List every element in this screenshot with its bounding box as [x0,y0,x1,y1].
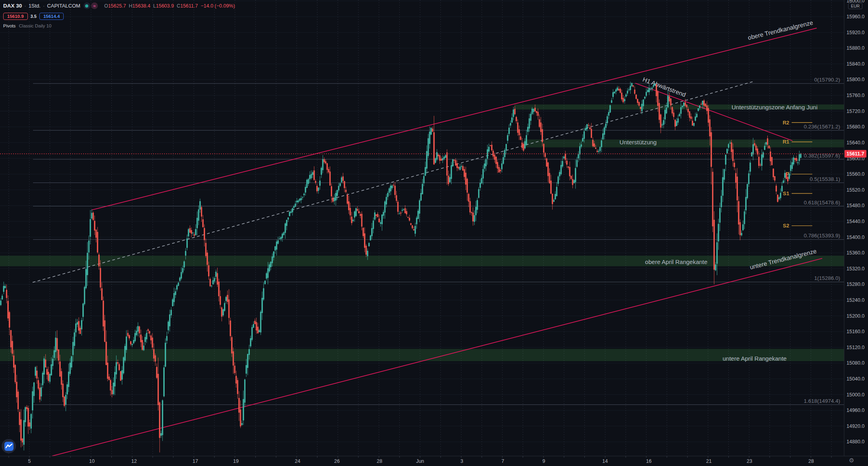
svg-text:23: 23 [747,458,752,464]
chart-header: DAX 30 · 1Std. · CAPITALCOM ≈ O15625.7 H… [3,2,235,28]
svg-text:16: 16 [646,458,652,464]
ohlc-readout: O15625.7 H15638.4 L15603.9 C15611.7 −14.… [104,3,235,9]
svg-text:15960.0: 15960.0 [847,14,864,19]
svg-text:0.786(15393.9): 0.786(15393.9) [804,233,840,239]
svg-text:15880.0: 15880.0 [847,45,864,51]
gear-icon[interactable]: ⚙ [849,456,854,464]
close-label: C [177,3,180,9]
symbol-row: DAX 30 · 1Std. · CAPITALCOM ≈ O15625.7 H… [3,2,235,9]
svg-text:17: 17 [193,458,198,464]
svg-text:15480.0: 15480.0 [847,203,864,208]
high-value: 15638.4 [132,3,150,9]
svg-text:15120.0: 15120.0 [847,345,864,350]
svg-text:15611.7: 15611.7 [847,151,864,157]
svg-text:S2: S2 [783,223,789,229]
svg-text:15320.0: 15320.0 [847,266,864,272]
svg-text:15200.0: 15200.0 [847,313,864,319]
svg-text:15400.0: 15400.0 [847,235,864,240]
indicator-row[interactable]: Pivots Classic Daily 10 [3,23,235,28]
broker-logo[interactable] [2,439,16,453]
indicator-params: Classic Daily 10 [19,23,52,28]
svg-text:1.618(14974.4): 1.618(14974.4) [804,398,840,404]
close-value: 15611.7 [180,3,198,9]
symbol-name[interactable]: DAX 30 [3,3,22,9]
buy-button[interactable]: 15614.4 [39,13,64,20]
svg-text:15160.0: 15160.0 [847,329,864,334]
change-value: −14.0 (−0.09%) [200,3,235,9]
svg-text:15640.0: 15640.0 [847,140,864,146]
svg-text:15920.0: 15920.0 [847,30,864,35]
svg-text:3: 3 [461,458,463,464]
svg-text:Unterstützungszone Anfang Juni: Unterstützungszone Anfang Juni [732,104,817,111]
svg-text:15520.0: 15520.0 [847,187,864,193]
svg-text:14880.0: 14880.0 [847,439,864,445]
svg-text:15720.0: 15720.0 [847,109,864,114]
low-label: L [153,3,156,9]
separator: · [43,3,45,9]
high-label: H [129,3,132,9]
svg-text:14960.0: 14960.0 [847,408,864,413]
svg-text:14920.0: 14920.0 [847,423,864,429]
svg-text:S1: S1 [783,190,789,196]
svg-text:0.382(15597.6): 0.382(15597.6) [804,153,840,159]
svg-text:24: 24 [295,458,300,464]
svg-text:15360.0: 15360.0 [847,250,864,256]
sell-button[interactable]: 15610.9 [3,13,28,20]
svg-text:15080.0: 15080.0 [847,360,864,366]
svg-text:obere April Rangekante: obere April Rangekante [645,258,708,265]
open-value: 15625.7 [108,3,126,9]
quote-row: 15610.9 3.5 15614.4 [3,13,235,20]
svg-text:7: 7 [502,458,504,464]
price-chart[interactable]: 0(15790.2)0.236(15671.2)0.382(15597.6)0.… [0,0,868,466]
svg-text:R1: R1 [782,139,789,145]
approx-icon[interactable]: ≈ [91,2,98,9]
svg-text:R2: R2 [782,120,789,126]
svg-text:28: 28 [377,458,382,464]
svg-text:0(15790.2): 0(15790.2) [814,77,840,83]
svg-text:15000.0: 15000.0 [847,392,864,398]
svg-text:9: 9 [543,458,545,464]
svg-text:21: 21 [706,458,712,464]
timeframe[interactable]: 1Std. [29,3,41,9]
svg-text:15800.0: 15800.0 [847,77,864,82]
svg-text:26: 26 [334,458,340,464]
svg-text:15560.0: 15560.0 [847,171,864,177]
svg-text:0.236(15671.2): 0.236(15671.2) [804,124,840,130]
svg-text:12: 12 [131,458,137,464]
svg-text:19: 19 [233,458,239,464]
svg-text:28: 28 [808,458,814,464]
svg-text:0.618(15478.6): 0.618(15478.6) [804,200,840,206]
exchange-name[interactable]: CAPITALCOM [47,3,80,9]
currency-button[interactable]: EUR [848,3,862,9]
svg-text:Jun: Jun [416,458,424,464]
svg-text:Unterstützung: Unterstützung [619,139,656,146]
separator: · [24,3,26,9]
svg-text:15240.0: 15240.0 [847,297,864,303]
capital-logo-icon [4,442,14,451]
svg-text:15840.0: 15840.0 [847,61,864,67]
svg-text:5: 5 [28,458,31,464]
indicator-name: Pivots [3,23,16,28]
svg-text:untere April Rangekante: untere April Rangekante [723,355,787,362]
open-label: O [104,3,108,9]
spread-value: 3.5 [31,14,37,19]
svg-text:1(15286.0): 1(15286.0) [814,275,840,281]
svg-text:10: 10 [89,458,95,464]
svg-text:15040.0: 15040.0 [847,376,864,382]
low-value: 15603.9 [156,3,174,9]
svg-text:15760.0: 15760.0 [847,93,864,98]
svg-text:15680.0: 15680.0 [847,124,864,130]
trading-chart-app: { "header": { "symbol": "DAX 30", "sep":… [0,0,868,466]
candle-style-icon[interactable] [84,2,90,9]
svg-text:14: 14 [602,458,608,464]
svg-text:0.5(15538.1): 0.5(15538.1) [810,176,840,182]
svg-text:15280.0: 15280.0 [847,282,864,287]
svg-text:15440.0: 15440.0 [847,219,864,224]
